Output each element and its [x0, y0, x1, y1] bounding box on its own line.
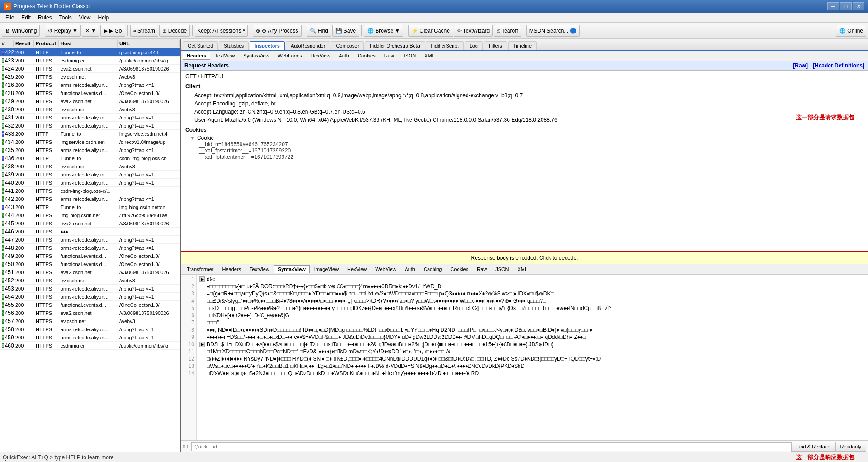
stream-button[interactable]: ≈ Stream: [130, 25, 158, 37]
find-button[interactable]: 🔍 Find: [307, 25, 331, 37]
session-row[interactable]: S 442 200 HTTPS arms-retcode.aliyun... /…: [0, 195, 180, 203]
menu-rules[interactable]: Rules: [34, 14, 56, 22]
col-header-hash[interactable]: #: [0, 40, 14, 47]
session-row[interactable]: S 428 200 HTTPS functional.events.d... /…: [0, 89, 180, 97]
session-row[interactable]: S 459 200 HTTPS arms-retcode.aliyun... /…: [0, 333, 180, 342]
session-row[interactable]: S 452 200 HTTPS ev.csdn.net /webv3: [0, 276, 180, 285]
find-replace-button[interactable]: Find & Replace: [791, 442, 835, 452]
session-row[interactable]: S 434 200 HTTPS imgservice.csdn.net /dir…: [0, 138, 180, 146]
main-tab-log[interactable]: Log: [465, 41, 483, 50]
session-row[interactable]: S 439 200 HTTPS arms-retcode.aliyun... /…: [0, 171, 180, 179]
session-row[interactable]: S 454 200 HTTPS arms-retcode.aliyun... /…: [0, 293, 180, 301]
session-row[interactable]: S 438 200 HTTPS ev.csdn.net /webv3: [0, 162, 180, 171]
session-row[interactable]: S 453 200 HTTPS arms-retcode.aliyun... /…: [0, 285, 180, 293]
menu-edit[interactable]: Edit: [18, 14, 34, 22]
session-row[interactable]: S 425 200 HTTPS ev.csdn.net /webv3: [0, 73, 180, 81]
expand-arrow[interactable]: ▶: [199, 342, 205, 347]
quickfind-input[interactable]: [191, 442, 791, 451]
res-tab-textview[interactable]: TextView: [245, 265, 274, 273]
save-button[interactable]: 💾 Save: [332, 25, 359, 37]
winconfig-button[interactable]: 🖥 WinConfig: [2, 25, 40, 37]
session-list[interactable]: H 422 200 HTTP Tunnel to g.csdnimg.cn:44…: [0, 48, 180, 452]
col-header-host[interactable]: Host: [59, 40, 118, 47]
res-tab-cookies[interactable]: Cookies: [446, 265, 472, 273]
req-tab-cookies[interactable]: Cookies: [354, 52, 380, 60]
session-row[interactable]: H 436 200 HTTP Tunnel to csdn-img-blog.o…: [0, 154, 180, 162]
maximize-button[interactable]: □: [840, 2, 852, 10]
col-header-url[interactable]: URL: [118, 40, 180, 47]
session-row[interactable]: S 447 200 HTTPS arms-retcode.aliyun... /…: [0, 236, 180, 244]
keep-dropdown[interactable]: Keep: All sessions ▼: [195, 25, 248, 37]
session-row[interactable]: H 443 200 HTTP Tunnel to img-blog.csdn.n…: [0, 203, 180, 211]
replay-button[interactable]: ↺ Replay ▼: [45, 25, 81, 37]
replay-arrow[interactable]: ▼: [72, 28, 78, 34]
req-tab-hexview[interactable]: HexView: [307, 52, 334, 60]
req-tab-raw[interactable]: Raw: [380, 52, 398, 60]
res-tab-json[interactable]: JSON: [491, 265, 513, 273]
res-tab-caching[interactable]: Caching: [420, 265, 446, 273]
res-tab-transformer[interactable]: Transformer: [183, 265, 218, 273]
req-tab-syntaxview[interactable]: SyntaxView: [239, 52, 273, 60]
main-tab-fiddler-orchestra-beta[interactable]: Fiddler Orchestra Beta: [365, 41, 425, 50]
session-row[interactable]: S 449 200 HTTPS functional.events.d... /…: [0, 252, 180, 260]
res-tab-raw[interactable]: Raw: [473, 265, 491, 273]
session-row[interactable]: S 424 200 HTTPS eva2.csdn.net /v3/069813…: [0, 65, 180, 73]
go-button[interactable]: ▶ ▶ Go: [100, 25, 125, 37]
session-row[interactable]: S 448 200 HTTPS arms-retcode.aliyun... /…: [0, 244, 180, 252]
main-tab-timeline[interactable]: Timeline: [508, 41, 537, 50]
menu-view[interactable]: View: [75, 14, 94, 22]
msdn-search-button[interactable]: MSDN Search... 🔵: [526, 25, 580, 37]
res-tab-webview[interactable]: WebView: [371, 265, 400, 273]
menu-help[interactable]: Help: [94, 14, 113, 22]
header-def-link[interactable]: [Header Definitions]: [813, 62, 864, 69]
session-row[interactable]: S 460 200 HTTPS csdnimg.cn /public/commo…: [0, 342, 180, 350]
res-tab-hexview[interactable]: HexView: [343, 265, 371, 273]
main-tab-get-started[interactable]: Get Started: [183, 41, 218, 50]
close-button[interactable]: ✕: [853, 2, 864, 10]
raw-link[interactable]: [Raw]: [793, 62, 808, 69]
session-row[interactable]: S 450 200 HTTPS functional.events.d... /…: [0, 260, 180, 268]
main-tab-fiddlerscript[interactable]: FiddlerScript: [426, 41, 464, 50]
clear-cache-button[interactable]: ⚡ Clear Cache: [408, 25, 453, 37]
session-row[interactable]: S 455 200 HTTPS functional.events.d... /…: [0, 301, 180, 309]
session-row[interactable]: S 445 200 HTTPS eva2.csdn.net /v3/069813…: [0, 219, 180, 228]
session-row[interactable]: S 446 200 HTTPS ♦♦♦.: [0, 228, 180, 236]
minimize-button[interactable]: ─: [827, 2, 839, 10]
decode-button[interactable]: ⊞ Decode: [159, 25, 190, 37]
cookie-expand-icon[interactable]: ▼: [190, 135, 195, 141]
session-row[interactable]: S 451 200 HTTPS eva2.csdn.net /v3/069813…: [0, 268, 180, 276]
session-row[interactable]: S 435 200 HTTPS arms-retcode.aliyun... /…: [0, 146, 180, 154]
menu-tools[interactable]: Tools: [56, 14, 75, 22]
main-tab-filters[interactable]: Filters: [484, 41, 507, 50]
req-tab-auth[interactable]: Auth: [335, 52, 353, 60]
text-wizard-button[interactable]: ✏ TextWizard: [454, 25, 493, 37]
expand-arrow[interactable]: ▶: [199, 276, 205, 282]
session-row[interactable]: S 430 200 HTTPS ev.csdn.net /webv3: [0, 105, 180, 114]
session-row[interactable]: S 441 200 HTTPS csdn-img-blog.oss-c/...: [0, 187, 180, 195]
main-tab-inspectors[interactable]: Inspectors: [250, 41, 285, 50]
main-tab-composer[interactable]: Composer: [331, 41, 364, 50]
session-row[interactable]: S 456 200 HTTPS eva2.csdn.net /v3/069813…: [0, 309, 180, 317]
main-tab-statistics[interactable]: Statistics: [219, 41, 249, 50]
req-tab-json[interactable]: JSON: [399, 52, 420, 60]
req-tab-webforms[interactable]: WebForms: [274, 52, 307, 60]
req-tab-headers[interactable]: Headers: [183, 52, 210, 60]
session-row[interactable]: S 444 200 HTTPS img-blog.csdn.net /1f892…: [0, 211, 180, 219]
menu-file[interactable]: File: [2, 14, 18, 22]
session-row[interactable]: S 440 200 HTTPS arms-retcode.aliyun... /…: [0, 179, 180, 187]
req-tab-textview[interactable]: TextView: [211, 52, 239, 60]
session-row[interactable]: S 458 200 HTTPS arms-retcode.aliyun... /…: [0, 325, 180, 333]
res-tab-imageview[interactable]: ImageView: [310, 265, 343, 273]
session-row[interactable]: S 429 200 HTTPS eva2.csdn.net /v3/069813…: [0, 97, 180, 105]
col-header-protocol[interactable]: Protocol: [34, 40, 59, 47]
req-tab-xml[interactable]: XML: [420, 52, 439, 60]
response-notice[interactable]: Response body is encoded. Click to decod…: [181, 252, 868, 264]
session-row[interactable]: S 426 200 HTTPS arms-retcode.aliyun... /…: [0, 81, 180, 89]
res-tab-syntaxview[interactable]: SyntaxView: [274, 265, 310, 273]
browse-button[interactable]: 🌐 Browse ▼: [364, 25, 403, 37]
online-button[interactable]: 🌐 Online: [836, 25, 866, 37]
res-tab-xml[interactable]: XML: [513, 265, 532, 273]
res-tab-auth[interactable]: Auth: [401, 265, 419, 273]
session-row[interactable]: S 457 200 HTTPS ev.csdn.net /webv3: [0, 317, 180, 325]
col-header-result[interactable]: Result: [14, 40, 34, 47]
